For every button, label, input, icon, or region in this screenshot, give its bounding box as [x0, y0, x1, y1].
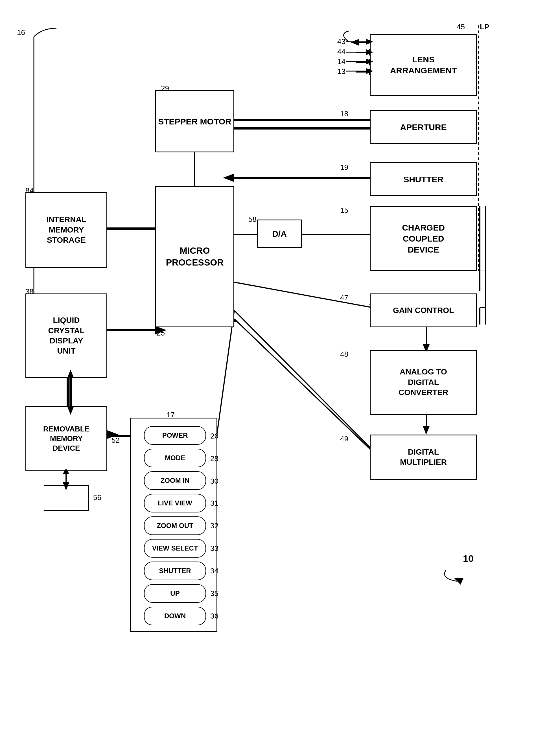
slot-device	[44, 485, 89, 511]
block-stepper-motor: STEPPER MOTOR	[155, 90, 234, 152]
ref-29: 29	[161, 84, 169, 93]
svg-marker-62	[454, 578, 463, 585]
block-gain-control: GAIN CONTROL	[370, 293, 477, 327]
button-up[interactable]: UP	[144, 584, 206, 603]
ref-34: 34	[210, 567, 218, 575]
ref-58: 58	[248, 215, 257, 224]
block-removable-memory: REMOVABLEMEMORYDEVICE	[25, 406, 107, 471]
ref-30: 30	[210, 477, 218, 486]
ref-49: 49	[340, 434, 348, 443]
block-ccd: CHARGEDCOUPLEDDEVICE	[370, 206, 477, 271]
ref-56: 56	[93, 493, 101, 502]
ref-35: 35	[210, 589, 218, 598]
ref-25: 25	[157, 329, 165, 338]
ref-36: 36	[210, 612, 218, 620]
label-lp: LP	[480, 23, 489, 31]
block-digital-multiplier: DIGITALMULTIPLIER	[370, 434, 477, 480]
block-aperture: APERTURE	[370, 110, 477, 144]
svg-marker-8	[223, 174, 234, 182]
ref-31: 31	[210, 499, 218, 508]
block-adc: ANALOG TODIGITALCONVERTER	[370, 350, 477, 415]
svg-line-41	[234, 310, 373, 450]
button-live-view[interactable]: LIVE VIEW	[144, 494, 206, 512]
button-down[interactable]: DOWN	[144, 607, 206, 625]
ref-26: 26	[210, 432, 218, 441]
block-internal-memory: INTERNALMEMORYSTORAGE	[25, 192, 107, 268]
ref-28: 28	[210, 454, 218, 463]
button-zoom-in[interactable]: ZOOM IN	[144, 471, 206, 490]
ref-13: 13	[337, 67, 345, 76]
block-lcd: LIQUIDCRYSTALDISPLAYUNIT	[25, 293, 107, 378]
ref-47: 47	[340, 293, 348, 302]
ref-15: 15	[340, 206, 348, 215]
ref-33: 33	[210, 544, 218, 553]
ref-38: 38	[25, 287, 34, 296]
block-shutter: SHUTTER	[370, 162, 477, 196]
ref-19: 19	[340, 163, 348, 172]
ref-44: 44	[337, 47, 345, 56]
diagram: 16 STEPPER MOTOR 29 MICROPROCESSOR 25 LE…	[0, 0, 560, 754]
block-lens-arrangement: LENSARRANGEMENT	[370, 34, 477, 96]
ref-43: 43	[337, 37, 345, 46]
ref-32: 32	[210, 522, 218, 530]
ref-48: 48	[340, 350, 348, 359]
ref-14: 14	[337, 57, 345, 66]
block-micro-processor: MICROPROCESSOR	[155, 186, 234, 327]
svg-line-43	[234, 319, 373, 451]
button-power[interactable]: POWER	[144, 426, 206, 445]
svg-marker-52	[351, 39, 359, 46]
svg-line-29	[234, 282, 373, 308]
ref-52: 52	[112, 436, 120, 445]
ref-16: 16	[17, 28, 25, 37]
block-da: D/A	[257, 220, 302, 248]
button-shutter[interactable]: SHUTTER	[144, 562, 206, 580]
button-zoom-out[interactable]: ZOOM OUT	[144, 516, 206, 535]
button-view-select[interactable]: VIEW SELECT	[144, 539, 206, 557]
ref-17: 17	[166, 411, 175, 419]
ref-84: 84	[25, 186, 34, 195]
button-mode[interactable]: MODE	[144, 449, 206, 467]
svg-line-53	[215, 310, 234, 451]
svg-marker-40	[423, 426, 429, 434]
ref-10: 10	[463, 553, 474, 564]
ref-18: 18	[340, 109, 348, 118]
ref-45: 45	[457, 23, 465, 31]
